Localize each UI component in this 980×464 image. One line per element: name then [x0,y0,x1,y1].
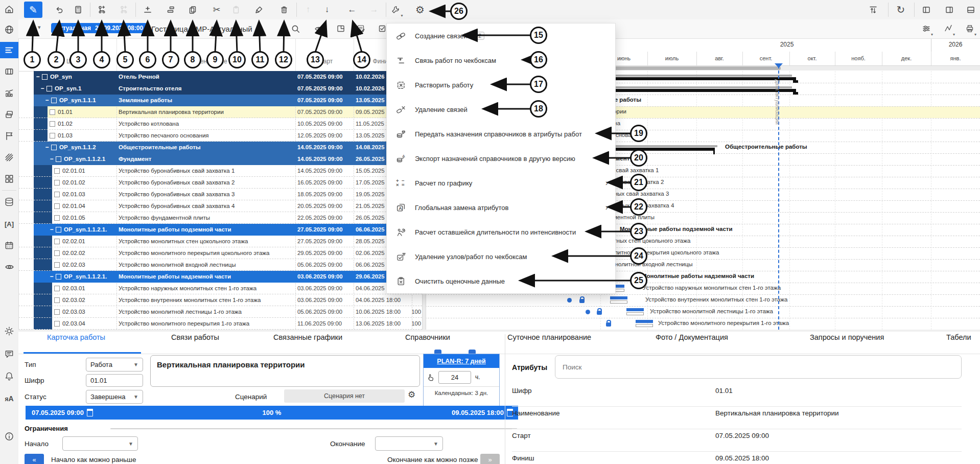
constraint-end-select[interactable]: ▼ [375,436,443,451]
sidebar-item-attributes[interactable]: [A] [0,216,18,232]
gantt-summary-bar[interactable] [793,92,798,95]
row-checkbox[interactable] [50,121,55,127]
gantt-summary-bar[interactable] [713,148,715,154]
status-select[interactable]: Завершена▼ [86,390,143,404]
toolbar-button-layout-left[interactable] [917,2,936,18]
row-checkbox[interactable] [54,215,60,221]
gantt-baseline-bar[interactable] [636,324,653,327]
menu-item-transfer-assignments[interactable]: Передать назначения справочников в атриб… [387,122,615,146]
table-row[interactable]: 601.03Устройство песчаного основания12.0… [0,130,425,142]
toolbar-button-display-settings[interactable]: ▾ [918,20,937,37]
gantt-task-bar[interactable] [636,320,653,323]
table-row[interactable]: 1−OP_synОтель Речной07.05.2025 09:0010.0… [0,71,425,83]
toolbar-button-copy[interactable] [183,2,202,18]
table-row[interactable]: 1502.02.01Устройство монолитных стен цок… [0,236,425,247]
collapse-toggle[interactable]: − [35,71,41,83]
row-checkbox[interactable] [54,180,60,185]
table-row[interactable]: 7−OP_syn.1.1.2Общестроительные работы14.… [0,142,425,153]
sidebar-item-home[interactable] [0,1,18,17]
sidebar-item-notifications[interactable] [0,368,18,384]
sidebar-item-board[interactable] [0,63,18,80]
table-row[interactable]: 1902.03.01Устройство наружных монолитных… [0,283,425,294]
row-checkbox[interactable] [51,145,57,150]
table-row[interactable]: 1002.01.02Устройство буронабивных свай з… [0,177,425,189]
collapse-toggle[interactable]: − [49,224,55,236]
toolbar-button-edit-note[interactable] [352,20,370,37]
row-checkbox[interactable] [54,262,60,268]
toolbar-button-calculator[interactable] [69,2,87,18]
gantt-task-bar[interactable] [610,296,627,299]
tab-work-card[interactable]: Карточка работы [47,333,105,341]
code-input[interactable]: 01.01 [86,374,143,387]
table-row[interactable]: 8−OP_syn.1.1.2.1Фундамент14.05.2025 09:0… [0,153,425,165]
menu-item-link-by-checkbox[interactable]: Связь работ по чекбоксам [387,48,615,73]
tab-timesheets[interactable]: Табели [946,333,971,341]
row-checkbox[interactable] [51,98,57,103]
sidebar-item-view[interactable] [0,259,18,275]
sidebar-item-theme[interactable] [0,323,18,339]
table-row[interactable]: 2002.03.02Устройство внутренних монолитн… [0,294,425,306]
menu-item-clear-estimates[interactable]: Очистить оценочные данные [387,269,615,293]
task-name-field[interactable]: Вертикальная планировка территории [150,355,420,387]
sidebar-item-globe[interactable] [0,21,18,38]
collapse-toggle[interactable]: − [44,95,50,106]
table-row[interactable]: 2−OP_syn.1Строительство отеля07.05.2025 … [0,83,425,95]
toolbar-button-add-task[interactable] [138,2,157,18]
sidebar-item-schedule[interactable] [0,42,18,58]
collapse-toggle[interactable]: − [49,271,55,283]
toolbar-button-paste[interactable] [227,2,245,18]
table-row[interactable]: 902.01.01Устройство буронабивных свай за… [0,165,425,177]
table-row[interactable]: 2202.03.04Устройство монолитного перекры… [0,318,425,330]
plan-hours-input[interactable]: 24 [438,371,471,384]
toolbar-button-layout-bottom[interactable] [962,2,980,18]
row-checkbox[interactable] [54,239,60,244]
toolbar-button-move-left[interactable]: ← [343,2,361,18]
row-checkbox[interactable] [54,309,60,315]
menu-item-export-assignments[interactable]: AЭкспорт назначений справочников в другу… [387,146,615,171]
menu-item-remaining-duration[interactable]: Расчет оставшейся длительности по интенс… [387,220,615,244]
asap-button[interactable]: « [25,454,44,464]
version-caret-icon[interactable]: ▾ [38,24,41,31]
row-checkbox[interactable] [54,286,60,291]
scenario-field[interactable]: Сценария нет [284,389,405,403]
table-row[interactable]: 1702.02.03Устройство монолитной входной … [0,259,425,271]
toolbar-button-refresh[interactable]: ↻ [892,2,910,18]
toolbar-button-collapse-expand[interactable] [864,2,882,18]
toolbar-button-move-down[interactable]: ↓ [318,2,336,18]
toolbar-button-move-right[interactable]: → [365,2,383,18]
table-row[interactable]: 401.01Вертикальная планировка территории… [0,106,425,118]
menu-item-global-replace[interactable]: AГлобальная замена атрибутов› [387,195,615,220]
toolbar-button-undo[interactable] [50,2,68,18]
row-checkbox[interactable] [56,227,61,233]
menu-item-create-links[interactable]: Создание связейF2 [387,24,615,48]
toolbar-button-panels[interactable] [332,20,350,37]
gantt-baseline-bar[interactable] [626,312,644,315]
sidebar-item-modules[interactable] [0,171,18,187]
toolbar-button-edit[interactable]: ✎ [24,2,42,18]
menu-item-delete-by-checkbox[interactable]: Удаление узлов/работ по чекбоксам [387,244,615,269]
collapse-toggle[interactable]: − [49,153,55,165]
table-row[interactable]: 3−OP_syn.1.1.1Земляные работы07.05.2025 … [0,95,425,106]
type-select[interactable]: Работа▼ [86,358,143,372]
toolbar-button-tools[interactable]: ▾ [388,2,406,18]
gantt-task-bar[interactable] [626,308,644,311]
sidebar-item-resources[interactable] [0,85,18,101]
tab-requests[interactable]: Запросы и поручения [810,333,884,341]
row-checkbox[interactable] [42,74,48,80]
table-row[interactable]: 2102.03.03Устройство монолитной лестницы… [0,306,425,318]
sidebar-item-database[interactable] [0,194,18,210]
date-badge[interactable]: 23.09.2025 08:00 [91,23,147,33]
collapse-toggle[interactable]: − [39,83,45,95]
toolbar-button-add-node-secondary[interactable] [114,2,133,18]
alap-button[interactable]: » [480,454,500,464]
row-checkbox[interactable] [54,250,60,256]
version-badge[interactable]: Актуальная [51,23,95,33]
sidebar-item-hatching[interactable] [0,149,18,166]
table-row[interactable]: 1602.02.02Устройство монолитного перекры… [0,247,425,259]
sidebar-item-info[interactable] [0,428,18,445]
tab-work-links[interactable]: Связи работы [171,333,219,341]
tab-linked-schedules[interactable]: Связанные графики [273,333,342,341]
row-checkbox[interactable] [54,203,60,209]
row-checkbox[interactable] [54,297,60,303]
toolbar-button-search[interactable] [286,20,305,37]
